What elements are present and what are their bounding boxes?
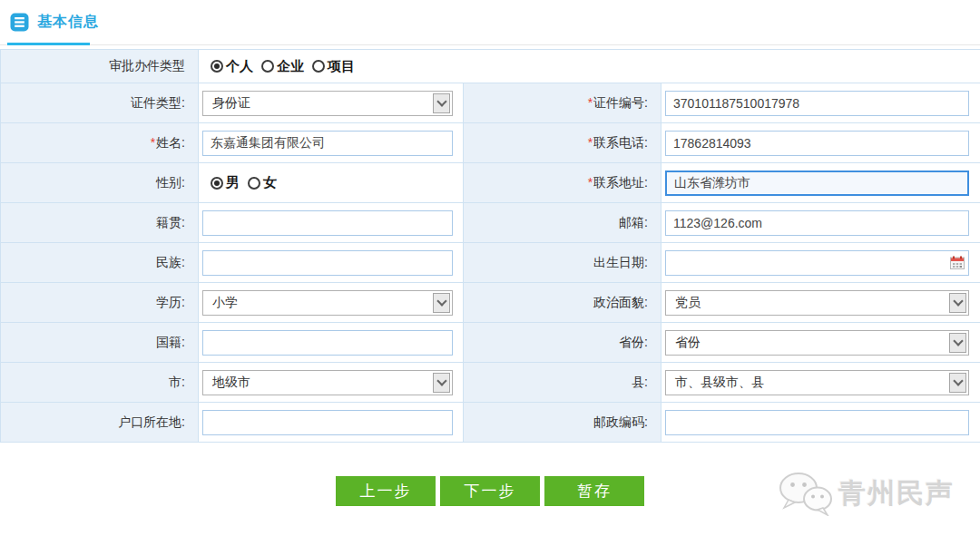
ethnicity-input[interactable]: [202, 250, 453, 276]
approval-type-cell: 个人 企业 项目: [199, 50, 980, 83]
radio-option-male[interactable]: 男: [211, 174, 240, 191]
email-input[interactable]: [665, 210, 969, 236]
required-asterisk: *: [151, 135, 155, 150]
native-place-input[interactable]: [202, 210, 453, 236]
next-step-button[interactable]: 下一步: [440, 476, 540, 506]
county-cell: 市、县级市、县: [662, 363, 980, 403]
row-name-phone: *姓名: *联系电话:: [1, 123, 980, 163]
radio-label: 项目: [328, 58, 355, 75]
province-select[interactable]: 省份: [665, 330, 969, 356]
phone-input[interactable]: [665, 131, 969, 156]
document-list-icon: [10, 13, 29, 32]
city-label: 市:: [1, 363, 199, 403]
select-value: 省份: [675, 335, 701, 351]
cert-type-select[interactable]: 身份证: [202, 91, 453, 116]
birth-date-field: [665, 250, 969, 276]
county-label: 县:: [464, 363, 662, 403]
cert-type-cell: 身份证: [199, 83, 464, 123]
ethnicity-label: 民族:: [1, 243, 199, 283]
page-title: 基本信息: [37, 13, 99, 32]
cert-no-cell: [662, 83, 980, 123]
row-nationality-province: 国籍: 省份: 省份: [1, 323, 980, 363]
education-label: 学历:: [1, 283, 199, 323]
section-header: 基本信息: [0, 0, 980, 45]
title-underline: [7, 43, 90, 45]
radio-label: 企业: [277, 58, 304, 75]
birth-date-input[interactable]: [665, 250, 969, 276]
save-draft-button[interactable]: 暂存: [544, 476, 644, 506]
previous-step-button[interactable]: 上一步: [336, 476, 436, 506]
address-cell: [662, 163, 980, 203]
chevron-down-icon: [433, 373, 450, 393]
email-cell: [662, 203, 980, 243]
postal-code-cell: [662, 403, 980, 443]
required-asterisk: *: [588, 175, 593, 190]
gender-cell: 男 女: [199, 163, 464, 203]
gender-label: 性别:: [1, 163, 199, 203]
city-select[interactable]: 地级市: [202, 370, 453, 395]
row-cert: 证件类型: 身份证 *证件编号:: [1, 83, 980, 123]
postal-code-input[interactable]: [665, 410, 969, 435]
cert-no-input[interactable]: [665, 91, 969, 116]
ethnicity-cell: [199, 243, 464, 283]
nationality-cell: [199, 323, 464, 363]
address-input[interactable]: [665, 171, 969, 196]
address-label: *联系地址:: [464, 163, 662, 203]
row-household-postal: 户口所在地: 邮政编码:: [1, 403, 980, 443]
chevron-down-icon: [433, 93, 450, 113]
radio-option-female[interactable]: 女: [248, 174, 277, 191]
city-cell: 地级市: [199, 363, 464, 403]
radio-label: 男: [226, 174, 240, 191]
row-ethnicity-birth: 民族: 出生日期:: [1, 243, 980, 283]
radio-option-enterprise[interactable]: 企业: [261, 58, 304, 75]
select-value: 小学: [212, 295, 238, 311]
chevron-down-icon: [949, 373, 966, 393]
row-gender-address: 性别: 男 女 *联系地址:: [1, 163, 980, 203]
province-cell: 省份: [662, 323, 980, 363]
gender-radio-group: 男 女: [202, 174, 463, 191]
postal-code-label: 邮政编码:: [464, 403, 662, 443]
chevron-down-icon: [949, 333, 966, 353]
phone-cell: [662, 123, 980, 163]
phone-label: *联系电话:: [464, 123, 662, 163]
required-asterisk: *: [588, 95, 593, 110]
select-value: 地级市: [212, 375, 250, 391]
chevron-down-icon: [949, 293, 966, 313]
radio-unselected-icon: [312, 60, 325, 73]
select-value: 身份证: [212, 95, 250, 112]
political-status-select[interactable]: 党员: [665, 290, 969, 316]
education-select[interactable]: 小学: [202, 290, 453, 316]
birth-date-cell: [662, 243, 980, 283]
political-status-label: 政治面貌:: [464, 283, 662, 323]
household-location-label: 户口所在地:: [1, 403, 199, 443]
political-status-cell: 党员: [662, 283, 980, 323]
row-approval-type: 审批办件类型 个人 企业 项目: [1, 50, 980, 83]
approval-type-label: 审批办件类型: [1, 50, 199, 83]
name-cell: [199, 123, 464, 163]
radio-selected-icon: [211, 177, 223, 190]
name-label: *姓名:: [1, 123, 199, 163]
cert-type-label: 证件类型:: [1, 83, 199, 123]
radio-unselected-icon: [248, 177, 260, 190]
birth-date-label: 出生日期:: [464, 243, 662, 283]
form-action-bar: 上一步 下一步 暂存: [0, 476, 980, 506]
county-select[interactable]: 市、县级市、县: [665, 370, 969, 395]
row-education-political: 学历: 小学 政治面貌: 党员: [1, 283, 980, 323]
row-city-county: 市: 地级市 县: 市、县级市、县: [1, 363, 980, 403]
chevron-down-icon: [433, 293, 450, 313]
radio-label: 女: [263, 174, 277, 191]
required-asterisk: *: [588, 135, 593, 150]
nationality-input[interactable]: [202, 330, 453, 356]
radio-label: 个人: [226, 58, 253, 75]
radio-unselected-icon: [261, 60, 274, 73]
province-label: 省份:: [464, 323, 662, 363]
household-location-input[interactable]: [202, 410, 453, 435]
select-value: 党员: [675, 295, 701, 311]
radio-option-person[interactable]: 个人: [211, 58, 253, 75]
name-input[interactable]: [202, 131, 453, 156]
calendar-icon[interactable]: [950, 256, 965, 269]
nationality-label: 国籍:: [1, 323, 199, 363]
approval-type-radio-group: 个人 企业 项目: [202, 58, 980, 75]
basic-info-form: 审批办件类型 个人 企业 项目 证件类型: 身份证 *证件编号: *姓名: *联…: [0, 49, 980, 443]
radio-option-project[interactable]: 项目: [312, 58, 355, 75]
